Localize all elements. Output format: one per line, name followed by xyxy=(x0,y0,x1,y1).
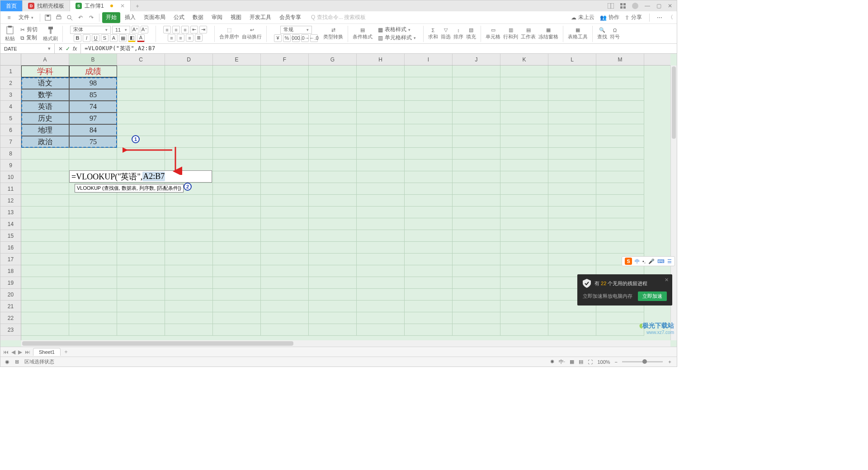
cell[interactable] xyxy=(309,218,357,230)
row-13[interactable]: 13 xyxy=(0,207,21,218)
close-window-icon[interactable]: ✕ xyxy=(668,3,672,9)
font-selector[interactable]: 宋体▾ xyxy=(70,26,111,34)
cell[interactable] xyxy=(165,230,213,242)
cell-edit-overlay[interactable]: =VLOOKUP("英语",A2:B7 xyxy=(69,170,212,183)
menu-dev[interactable]: 开发工具 xyxy=(246,12,275,23)
cell[interactable] xyxy=(357,230,405,242)
col-I[interactable]: I xyxy=(405,54,453,65)
cell[interactable] xyxy=(500,195,548,207)
cell[interactable] xyxy=(261,324,309,336)
cell[interactable] xyxy=(213,160,261,171)
cell[interactable] xyxy=(165,101,213,113)
save-icon[interactable] xyxy=(43,13,53,23)
cell[interactable] xyxy=(165,242,213,254)
record-macro-icon[interactable]: ◉ xyxy=(5,359,9,365)
cell[interactable] xyxy=(21,218,69,230)
cell[interactable] xyxy=(261,171,309,183)
next-sheet-icon[interactable]: ▶ xyxy=(18,349,22,355)
cell[interactable] xyxy=(309,230,357,242)
cell[interactable] xyxy=(213,101,261,113)
cell[interactable] xyxy=(405,218,453,230)
cell[interactable] xyxy=(500,289,548,301)
cell[interactable] xyxy=(117,101,165,113)
wrap-text-button[interactable]: ↩自动换行 xyxy=(242,27,262,40)
fill-color-button[interactable]: ◧ xyxy=(128,34,136,42)
cell[interactable] xyxy=(117,230,165,242)
copy-button[interactable]: ⧉复制 xyxy=(20,34,37,42)
cell[interactable] xyxy=(596,324,644,336)
cell[interactable] xyxy=(596,207,644,218)
cell[interactable] xyxy=(117,301,165,312)
cell[interactable] xyxy=(548,148,596,160)
row-17[interactable]: 17 xyxy=(0,254,21,265)
cell[interactable] xyxy=(165,89,213,101)
h-scroll-thumb[interactable] xyxy=(22,341,293,346)
cell[interactable] xyxy=(453,277,500,289)
cell[interactable] xyxy=(213,136,261,148)
cell[interactable] xyxy=(165,254,213,265)
rowcol-button[interactable]: ▥行和列 xyxy=(503,27,518,40)
cell[interactable] xyxy=(405,242,453,254)
cell[interactable] xyxy=(357,101,405,113)
cell[interactable] xyxy=(261,265,309,277)
cell[interactable] xyxy=(357,254,405,265)
sum-button[interactable]: Σ求和 xyxy=(428,28,438,40)
cell[interactable] xyxy=(309,254,357,265)
cell[interactable] xyxy=(357,265,405,277)
cell[interactable] xyxy=(453,136,500,148)
cell[interactable] xyxy=(500,242,548,254)
apps-icon[interactable] xyxy=(620,3,626,9)
cell[interactable] xyxy=(21,207,69,218)
indent-dec-icon[interactable]: ⇤ xyxy=(190,26,198,33)
cell[interactable] xyxy=(548,136,596,148)
cell[interactable] xyxy=(117,265,165,277)
cell[interactable] xyxy=(548,207,596,218)
row-6[interactable]: 6 xyxy=(0,124,21,136)
menu-review[interactable]: 审阅 xyxy=(208,12,226,23)
cell[interactable] xyxy=(357,242,405,254)
cell[interactable] xyxy=(405,230,453,242)
commit-edit-icon[interactable]: ✓ xyxy=(66,46,70,52)
cell[interactable] xyxy=(117,289,165,301)
cell[interactable] xyxy=(309,171,357,183)
cell[interactable] xyxy=(69,207,117,218)
cell[interactable] xyxy=(548,230,596,242)
cell[interactable] xyxy=(405,254,453,265)
find-button[interactable]: 🔍查找 xyxy=(597,27,607,40)
cell[interactable] xyxy=(453,124,500,136)
cell[interactable] xyxy=(21,312,69,324)
row-19[interactable]: 19 xyxy=(0,277,21,289)
ime-keyboard-icon[interactable]: ⌨ xyxy=(657,258,665,264)
doc-tab-template[interactable]: D 找稻壳模板 xyxy=(23,0,70,11)
cell[interactable] xyxy=(309,301,357,312)
ime-lang[interactable]: 中 xyxy=(635,258,640,265)
cell[interactable] xyxy=(21,171,69,183)
ime-mic-icon[interactable]: 🎤 xyxy=(648,258,655,264)
add-sheet-button[interactable]: ＋ xyxy=(63,348,69,356)
cell[interactable] xyxy=(548,77,596,89)
redo-icon[interactable]: ↷ xyxy=(86,13,96,23)
menu-start[interactable]: 开始 xyxy=(102,12,120,23)
cell[interactable] xyxy=(500,277,548,289)
cell[interactable] xyxy=(309,77,357,89)
cell[interactable] xyxy=(261,207,309,218)
ime-settings-icon[interactable]: ☰ xyxy=(667,258,672,264)
accelerate-button[interactable]: 立即加速 xyxy=(638,291,667,301)
cell[interactable] xyxy=(309,195,357,207)
menu-view[interactable]: 视图 xyxy=(227,12,245,23)
select-all-corner[interactable] xyxy=(0,54,21,66)
cell[interactable] xyxy=(405,324,453,336)
cell[interactable] xyxy=(548,324,596,336)
cell[interactable] xyxy=(500,136,548,148)
comma-icon[interactable]: 000 xyxy=(292,34,300,42)
cell[interactable]: 数学 xyxy=(21,89,69,101)
cell[interactable] xyxy=(500,66,548,77)
cell[interactable] xyxy=(213,195,261,207)
cell[interactable] xyxy=(261,148,309,160)
cell[interactable] xyxy=(500,124,548,136)
cell[interactable] xyxy=(165,148,213,160)
share-button[interactable]: ⇪分享 xyxy=(625,14,642,21)
justify-icon[interactable]: ≣ xyxy=(195,34,203,42)
cell[interactable] xyxy=(117,277,165,289)
cell[interactable] xyxy=(213,89,261,101)
